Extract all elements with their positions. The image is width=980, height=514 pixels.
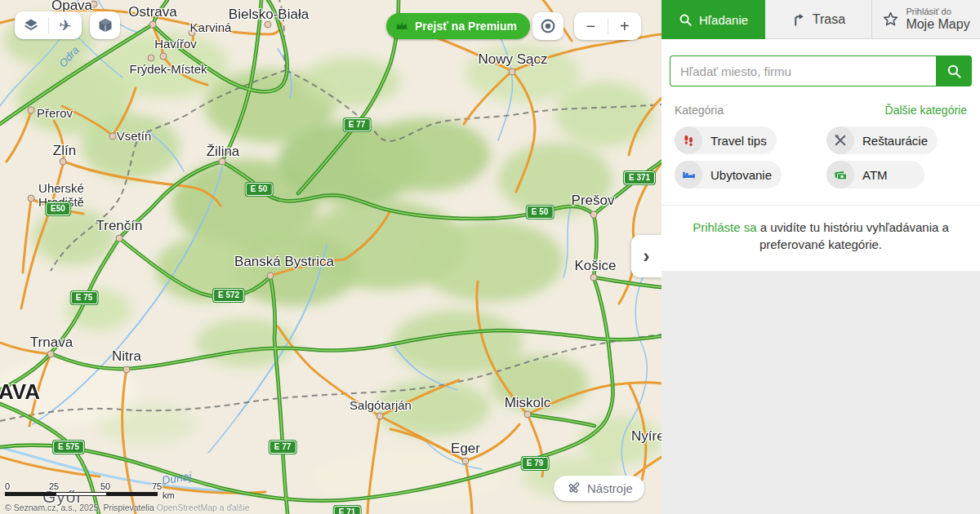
side-panel: Hľadanie Trasa Prihlásiť do Moje Mapy — [662, 0, 980, 514]
road-shield: E50 — [46, 202, 70, 215]
city-label: Žilina — [207, 144, 240, 160]
layers-icon — [23, 17, 39, 33]
city-label: Košice — [574, 258, 616, 274]
attribution-osm-link[interactable]: OpenStreetMap — [157, 503, 217, 512]
attribution-suffix: a ďalšie — [217, 503, 250, 512]
category-atm[interactable]: ATM — [826, 161, 924, 188]
search-input[interactable] — [670, 55, 936, 86]
premium-button[interactable]: Prejsť na Premium — [386, 13, 530, 39]
city-label: Nitra — [112, 348, 141, 365]
category-label: Reštaurácie — [862, 134, 928, 148]
city-dot — [28, 107, 35, 114]
tab-login-label: Moje Mapy — [906, 17, 969, 32]
city-dot — [47, 351, 55, 358]
city-label: Nyíregyháza — [631, 428, 662, 445]
road-shield: E 77 — [344, 118, 371, 131]
zoom-controls: − + — [574, 12, 641, 40]
cutlery-icon — [826, 126, 854, 154]
category-chips: Travel tips Reštaurácie — [675, 126, 967, 188]
premium-button-label: Prejsť na Premium — [415, 20, 517, 33]
city-label: AVA — [0, 379, 40, 405]
zoom-in-button[interactable]: + — [608, 12, 642, 40]
tab-login-label-small: Prihlásiť do — [906, 7, 969, 17]
category-accommodation[interactable]: Ubytovanie — [675, 161, 782, 188]
category-travel-tips[interactable]: Travel tips — [675, 126, 777, 154]
category-label: Ubytovanie — [710, 168, 772, 182]
city-dot — [509, 69, 516, 76]
locate-me-button[interactable] — [532, 12, 564, 40]
city-label: Trenčín — [96, 218, 142, 234]
search-icon — [947, 64, 962, 79]
road-shield: E 50 — [527, 206, 554, 219]
scale-tick: 25 — [49, 481, 59, 491]
search-icon — [679, 13, 693, 27]
city-label: Karviná — [190, 20, 232, 34]
tab-search[interactable]: Hľadanie — [662, 0, 765, 39]
category-label: Travel tips — [710, 134, 767, 148]
city-dot — [267, 273, 274, 280]
city-dot — [123, 366, 131, 374]
city-label: Bielsko-Biała — [229, 7, 309, 23]
search-row — [670, 55, 972, 86]
signin-text: a uvidíte tu históriu vyhľadávania a pre… — [757, 220, 949, 251]
crown-icon — [394, 19, 409, 33]
plane-icon: ✈ — [57, 16, 73, 36]
tab-route[interactable]: Trasa — [765, 0, 872, 38]
atm-icon — [826, 161, 854, 188]
tab-login[interactable]: Prihlásiť do Moje Mapy — [872, 0, 980, 38]
city-dot — [160, 53, 167, 60]
tools-icon — [565, 481, 581, 496]
city-label: Miskolc — [505, 395, 551, 411]
scale-tick: 50 — [100, 481, 110, 491]
city-label: Zlín — [53, 143, 76, 159]
city-label: Vsetín — [117, 129, 152, 143]
road-shield: E 572 — [213, 289, 244, 302]
map-attribution: © Seznam.cz, a.s., 2025, Prispievatelia … — [5, 503, 250, 512]
city-dot — [590, 211, 598, 219]
tools-button-label: Nástroje — [587, 481, 633, 495]
bed-icon — [675, 161, 702, 188]
road-shield: E 75 — [71, 291, 98, 304]
categories-header: Kategória Ďalšie kategórie — [675, 104, 967, 117]
locate-icon — [539, 17, 557, 35]
road-shield: E 77 — [270, 441, 296, 454]
more-categories-link[interactable]: Ďalšie kategórie — [885, 104, 967, 117]
scale-tick: 0 — [5, 481, 10, 491]
map-view-controls: ✈ — [15, 11, 82, 39]
category-label: ATM — [862, 168, 888, 182]
categories-title: Kategória — [675, 104, 724, 117]
route-icon — [791, 12, 806, 27]
map-canvas[interactable]: Opava Ostrava Karviná Havířov Frýdek-Mís… — [0, 0, 662, 514]
road-shield: E 71 — [334, 506, 361, 514]
chevron-right-icon: › — [644, 245, 650, 268]
city-label: Nowy Sącz — [478, 51, 547, 68]
road-shield: E 50 — [246, 183, 273, 196]
city-dot — [524, 411, 532, 419]
star-icon — [882, 11, 899, 28]
road-shield: E 79 — [522, 457, 549, 470]
search-panel-body: Kategória Ďalšie kategórie Travel tips — [662, 39, 980, 271]
city-dot — [148, 55, 155, 62]
tab-search-label: Hľadanie — [699, 13, 748, 27]
panel-tabs: Hľadanie Trasa Prihlásiť do Moje Mapy — [662, 0, 980, 39]
app-window: Opava Ostrava Karviná Havířov Frýdek-Mís… — [0, 0, 980, 514]
city-dot — [109, 133, 117, 140]
city-label: Ostrava — [128, 4, 177, 20]
tools-button[interactable]: Nástroje — [554, 476, 644, 501]
city-dot — [149, 21, 157, 29]
category-restaurants[interactable]: Reštaurácie — [826, 126, 938, 154]
city-label: Havířov — [154, 37, 197, 51]
flight-view-button[interactable]: ✈ — [49, 11, 82, 39]
layers-button[interactable] — [15, 11, 48, 39]
map-scale: 0 25 50 75 km — [5, 481, 158, 496]
city-label: Banská Bystrica — [234, 254, 334, 270]
attribution-text: © Seznam.cz, a.s., 2025, Prispievatelia — [5, 503, 157, 512]
tab-route-label: Trasa — [813, 12, 845, 27]
3d-view-button[interactable] — [90, 11, 120, 39]
city-label: Trnava — [30, 335, 73, 351]
signin-link[interactable]: Prihláste sa — [693, 220, 756, 234]
zoom-out-button[interactable]: − — [574, 12, 608, 40]
city-label: Přerov — [37, 106, 73, 120]
search-submit-button[interactable] — [936, 55, 972, 86]
panel-collapse-button[interactable]: › — [631, 235, 662, 277]
